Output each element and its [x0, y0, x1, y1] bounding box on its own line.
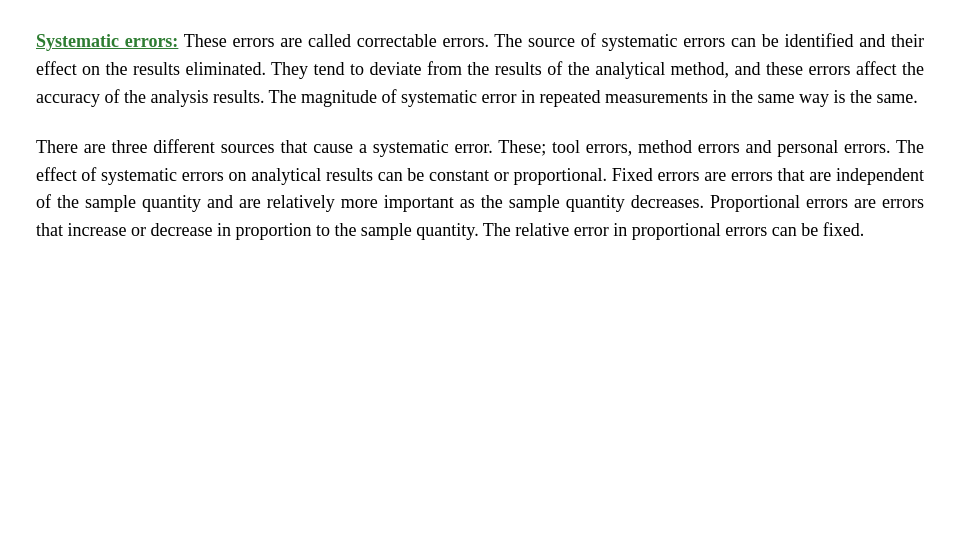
term-systematic-errors: Systematic errors:: [36, 31, 178, 51]
main-content: Systematic errors: These errors are call…: [0, 0, 960, 295]
paragraph-1: Systematic errors: These errors are call…: [36, 28, 924, 112]
paragraph-2: There are three different sources that c…: [36, 134, 924, 246]
